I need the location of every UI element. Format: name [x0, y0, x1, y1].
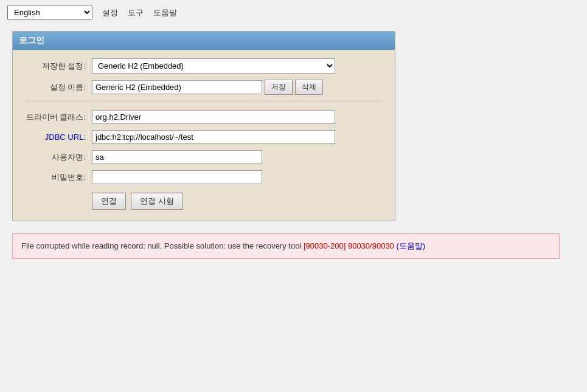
login-panel-header: 로그인	[13, 32, 395, 50]
main-content: 로그인 저장한 설정: Generic H2 (Embedded) 설정 이름:…	[0, 25, 587, 265]
action-buttons: 연결 연결 시험	[92, 193, 383, 210]
error-code: [90030-200] 90030/90030	[304, 241, 394, 250]
jdbc-url-label: JDBC URL:	[25, 132, 92, 142]
save-button[interactable]: 저장	[265, 80, 293, 95]
username-row: 사용자명:	[25, 150, 383, 164]
password-label: 비밀번호:	[25, 172, 92, 183]
language-select[interactable]: English 한국어 日本語 中文	[7, 5, 92, 20]
delete-button[interactable]: 삭제	[295, 80, 323, 95]
jdbc-url-row: JDBC URL:	[25, 130, 383, 144]
test-connection-button[interactable]: 연결 시험	[131, 193, 183, 210]
error-help-link[interactable]: (도움말)	[396, 241, 425, 250]
driver-class-label: 드라이버 클래스:	[25, 112, 92, 123]
saved-settings-label: 저장한 설정:	[25, 61, 92, 72]
login-panel: 로그인 저장한 설정: Generic H2 (Embedded) 설정 이름:…	[12, 31, 395, 221]
driver-class-input[interactable]	[92, 110, 335, 124]
driver-class-row: 드라이버 클래스:	[25, 110, 383, 124]
config-name-label: 설정 이름:	[25, 82, 92, 93]
divider	[25, 101, 383, 101]
saved-settings-input-wrapper: Generic H2 (Embedded)	[92, 58, 335, 74]
jdbc-url-input[interactable]	[92, 130, 335, 144]
saved-settings-row: 저장한 설정: Generic H2 (Embedded)	[25, 58, 383, 74]
connect-button[interactable]: 연결	[92, 193, 126, 210]
password-input[interactable]	[92, 170, 262, 184]
login-panel-title: 로그인	[19, 35, 44, 45]
password-row: 비밀번호:	[25, 170, 383, 184]
config-name-input-group: 저장 삭제	[92, 80, 323, 95]
saved-settings-select[interactable]: Generic H2 (Embedded)	[92, 58, 335, 74]
username-label: 사용자명:	[25, 152, 92, 163]
config-name-row: 설정 이름: 저장 삭제	[25, 80, 383, 95]
error-box: File corrupted while reading record: nul…	[12, 233, 560, 259]
login-panel-body: 저장한 설정: Generic H2 (Embedded) 설정 이름: 저장 …	[13, 50, 395, 221]
topbar: English 한국어 日本語 中文 설정 도구 도움말	[0, 0, 587, 25]
username-input-wrapper	[92, 150, 335, 164]
error-message: File corrupted while reading record: nul…	[21, 241, 301, 250]
menu-settings[interactable]: 설정	[102, 7, 118, 18]
password-input-wrapper	[92, 170, 335, 184]
username-input[interactable]	[92, 150, 262, 164]
menu-help[interactable]: 도움말	[153, 7, 177, 18]
menu-tools[interactable]: 도구	[128, 7, 144, 18]
driver-class-input-wrapper	[92, 110, 335, 124]
jdbc-url-input-wrapper	[92, 130, 335, 144]
config-name-input[interactable]	[92, 80, 262, 94]
